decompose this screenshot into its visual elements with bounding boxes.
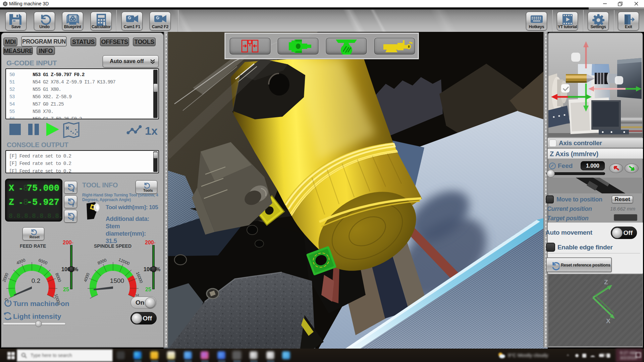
svg-text:12000: 12000 <box>118 257 130 266</box>
svg-text:X: X <box>606 317 610 324</box>
svg-text:4000: 4000 <box>16 258 26 266</box>
svg-text:4000: 4000 <box>83 272 91 283</box>
svg-text:Reset: Reset <box>30 235 40 239</box>
svg-text:16000: 16000 <box>135 271 144 284</box>
svg-text:x: x <box>72 188 74 193</box>
svg-text:Tools: Tools <box>143 188 153 192</box>
svg-text:8000: 8000 <box>97 258 107 266</box>
svg-text:1500: 1500 <box>110 277 124 284</box>
svg-text:6000: 6000 <box>38 258 48 266</box>
svg-text:1x: 1x <box>145 124 158 137</box>
svg-text:2000: 2000 <box>2 272 9 283</box>
svg-text:z: z <box>72 217 74 222</box>
svg-text:8000: 8000 <box>54 272 62 283</box>
svg-text:Z: Z <box>604 279 608 286</box>
svg-text:z: z <box>72 203 74 207</box>
svg-text:0.2: 0.2 <box>32 277 40 284</box>
